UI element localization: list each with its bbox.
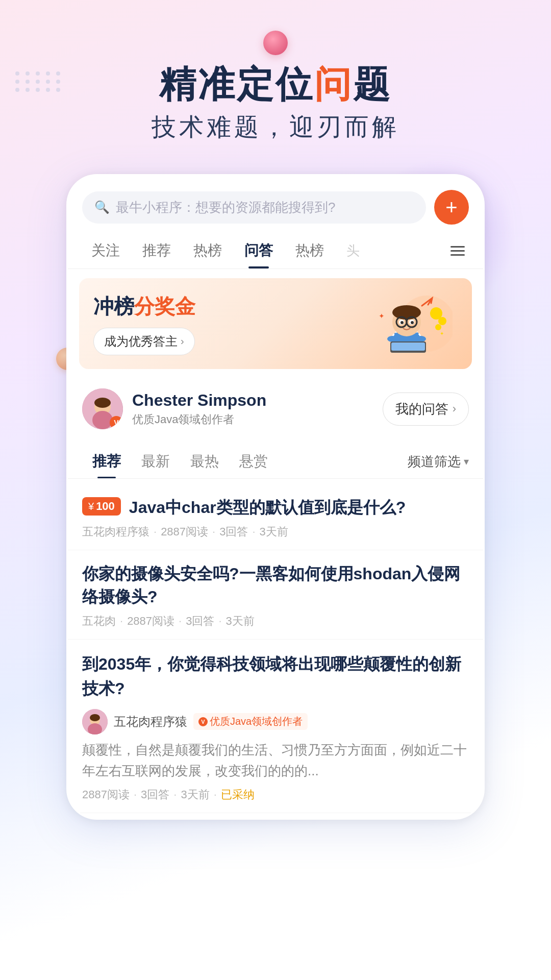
question-item-large[interactable]: 到2035年，你觉得科技领域将出现哪些颠覆性的创新技术? 五花肉程序猿	[68, 640, 483, 813]
nav-tab-hot2[interactable]: 热榜	[284, 233, 335, 268]
reward-badge: ¥ 100	[82, 497, 121, 516]
svg-point-23	[94, 398, 111, 408]
search-bar-row: 🔍 最牛小程序：想要的资源都能搜得到? +	[68, 176, 483, 233]
user-info: Chester Simpson 优质Java领域创作者	[132, 391, 373, 427]
svg-rect-15	[391, 342, 425, 351]
nav-more-line3	[450, 254, 465, 256]
author-verified-badge: V 优质Java领域创作者	[193, 713, 308, 730]
meta-dot2: ·	[173, 788, 177, 801]
svg-point-18	[435, 324, 441, 330]
svg-point-12	[387, 336, 397, 342]
channel-filter-button[interactable]: 频道筛选 ▾	[408, 453, 469, 471]
banner-arrow-icon: ›	[181, 335, 184, 347]
yuan-icon: ¥	[88, 501, 94, 512]
sub-tab-recommend[interactable]: 推荐	[82, 445, 131, 478]
hero-section: 精准定位问题 技术难题，迎刃而解	[0, 0, 551, 154]
svg-point-13	[416, 336, 426, 342]
question-reads: 2887阅读	[127, 614, 174, 629]
avatar-verified-badge: V	[110, 416, 123, 429]
add-button[interactable]: +	[434, 190, 469, 225]
svg-point-4	[392, 305, 421, 320]
verified-v-icon: V	[114, 419, 118, 427]
answer-count: 3回答	[141, 787, 169, 802]
sub-tab-reward[interactable]: 悬赏	[229, 445, 278, 478]
questions-list: ¥ 100 Java中char类型的默认值到底是什么? 五花肉程序猿 · 288…	[68, 479, 483, 818]
user-name: Chester Simpson	[132, 391, 373, 410]
answer-avatar	[82, 709, 108, 734]
answer-time: 3天前	[181, 787, 209, 802]
svg-point-27	[90, 714, 100, 721]
svg-point-10	[400, 321, 404, 324]
nav-tab-qa[interactable]: 问答	[233, 233, 284, 268]
my-answers-arrow-icon: ›	[453, 402, 456, 415]
answer-meta: 2887阅读 · 3回答 · 3天前 · 已采纳	[82, 787, 469, 802]
decorative-dots	[15, 71, 62, 92]
sub-tab-hot[interactable]: 最热	[180, 445, 229, 478]
cartoon-svg: ✦ ✦	[361, 290, 453, 357]
question-reads: 2887阅读	[161, 524, 208, 540]
phone-mockup: 🔍 最牛小程序：想要的资源都能搜得到? + 关注 推荐 热榜 问答 热榜 头	[66, 174, 485, 820]
promo-banner[interactable]: 冲榜分奖金 成为优秀答主 ›	[79, 278, 472, 369]
hero-title-part2: 题	[353, 64, 392, 105]
nav-tab-follow[interactable]: 关注	[80, 233, 131, 268]
svg-point-11	[411, 321, 414, 324]
question-item[interactable]: ¥ 100 Java中char类型的默认值到底是什么? 五花肉程序猿 · 288…	[68, 484, 483, 550]
meta-dot1: ·	[120, 615, 123, 628]
search-bar[interactable]: 🔍 最牛小程序：想要的资源都能搜得到?	[82, 191, 426, 224]
question-author: 五花肉	[82, 614, 116, 629]
svg-point-17	[438, 317, 446, 325]
sub-tab-latest[interactable]: 最新	[131, 445, 180, 478]
banner-title-part1: 冲榜	[93, 295, 134, 317]
question-title: 你家的摄像头安全吗?一黑客如何使用shodan入侵网络摄像头?	[82, 562, 469, 608]
banner-title: 冲榜分奖金	[93, 292, 356, 321]
answer-author-name: 五花肉程序猿	[114, 714, 187, 730]
nav-tab-more-label[interactable]: 头	[335, 234, 371, 268]
hero-title-highlight: 问	[314, 64, 353, 105]
answer-preview: 颠覆性，自然是颠覆我们的生活、习惯乃至方方面面，例如近二十年左右互联网的发展，改…	[82, 740, 469, 782]
meta-dot3: ·	[252, 525, 255, 538]
banner-left-content: 冲榜分奖金 成为优秀答主 ›	[93, 292, 356, 355]
user-avatar: V	[82, 388, 123, 429]
author-badge-tag: 优质Java领域创作者	[210, 715, 303, 728]
question-answers: 3回答	[186, 614, 214, 629]
question-title-row: ¥ 100 Java中char类型的默认值到底是什么?	[82, 496, 469, 519]
user-tag: 优质Java领域创作者	[132, 412, 373, 427]
user-card: V Chester Simpson 优质Java领域创作者 我的问答 ›	[68, 378, 483, 439]
meta-dot1: ·	[154, 525, 157, 538]
nav-tab-hot1[interactable]: 热榜	[182, 233, 233, 268]
meta-dot3: ·	[214, 788, 217, 801]
meta-dot2: ·	[212, 525, 215, 538]
question-item[interactable]: 你家的摄像头安全吗?一黑客如何使用shodan入侵网络摄像头? 五花肉 · 28…	[68, 550, 483, 640]
adopted-tag: 已采纳	[221, 787, 255, 802]
search-icon: 🔍	[94, 200, 110, 214]
question-time: 3天前	[260, 524, 288, 540]
my-answers-label: 我的问答	[395, 400, 448, 418]
nav-more-line2	[450, 250, 465, 252]
banner-button-label: 成为优秀答主	[104, 333, 178, 350]
meta-dot1: ·	[134, 788, 137, 801]
nav-tab-recommend[interactable]: 推荐	[131, 233, 182, 268]
my-answers-button[interactable]: 我的问答 ›	[383, 393, 469, 426]
meta-dot2: ·	[179, 615, 182, 628]
question-time: 3天前	[226, 614, 255, 629]
question-title-row: 你家的摄像头安全吗?一黑客如何使用shodan入侵网络摄像头?	[82, 562, 469, 608]
answer-reads: 2887阅读	[82, 787, 130, 802]
answer-avatar-svg	[82, 709, 108, 734]
author-v-icon: V	[198, 717, 208, 726]
question-title: Java中char类型的默认值到底是什么?	[129, 496, 406, 519]
nav-more-line1	[450, 246, 465, 248]
hero-title: 精准定位问题	[20, 64, 531, 105]
banner-button[interactable]: 成为优秀答主 ›	[93, 328, 195, 355]
question-answers: 3回答	[219, 524, 248, 540]
search-placeholder-text: 最牛小程序：想要的资源都能搜得到?	[116, 199, 335, 216]
phone-inner-content: 🔍 最牛小程序：想要的资源都能搜得到? + 关注 推荐 热榜 问答 热榜 头	[68, 176, 483, 818]
hero-subtitle: 技术难题，迎刃而解	[20, 111, 531, 143]
phone-container: 🔍 最牛小程序：想要的资源都能搜得到? + 关注 推荐 热榜 问答 热榜 头	[66, 174, 485, 820]
svg-text:✦: ✦	[379, 312, 385, 320]
nav-more-button[interactable]	[444, 238, 471, 264]
add-icon: +	[445, 197, 457, 217]
sub-tabs: 推荐 最新 最热 悬赏 频道筛选 ▾	[68, 439, 483, 479]
hero-ball-decoration	[263, 31, 288, 55]
nav-tabs: 关注 推荐 热榜 问答 热榜 头	[68, 233, 483, 269]
question-meta: 五花肉程序猿 · 2887阅读 · 3回答 · 3天前	[82, 524, 469, 540]
